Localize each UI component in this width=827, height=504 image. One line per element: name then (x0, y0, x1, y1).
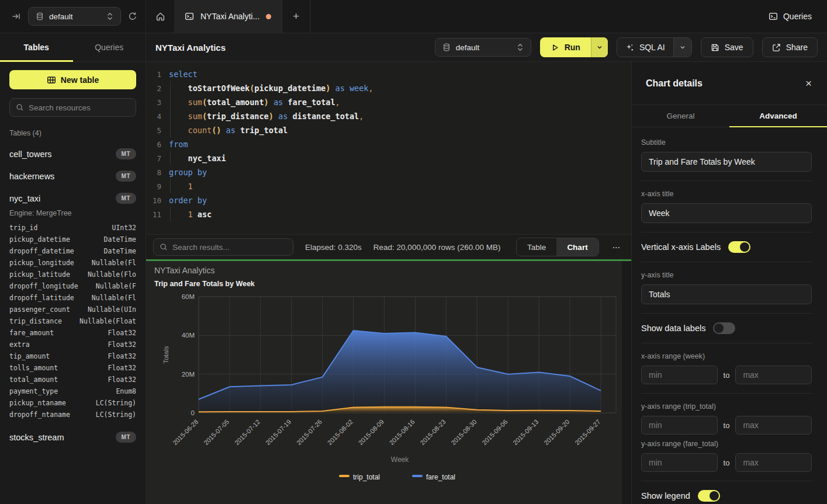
x-tick-label: 2015-07-19 (264, 418, 292, 446)
to-label: to (724, 371, 730, 380)
database-selector[interactable]: default (28, 7, 121, 26)
column-type: Nullable(F (96, 280, 136, 292)
engine-badge: MT (116, 432, 136, 443)
code-text: from (169, 140, 188, 149)
column-type: DateTime (104, 245, 136, 257)
y-tick-label: 20M (182, 371, 195, 378)
code-text: toStartOfWeek(pickup_datetime) as week, (169, 84, 373, 93)
app-window: default NYTaxi Analyti... (0, 0, 827, 504)
x-axis-title-label: x-axis title (641, 190, 812, 198)
close-icon[interactable]: × (805, 78, 812, 89)
sql-editor[interactable]: 1select2 toStartOfWeek(pickup_datetime) … (146, 62, 631, 234)
tab-general-label: General (666, 112, 694, 120)
new-tab-button[interactable]: × + (282, 0, 310, 33)
column-name: dropoff_longitude (9, 280, 78, 292)
y-tick-label: 60M (182, 293, 195, 300)
column-name: payment_type (9, 385, 58, 397)
column-type: Nullable(Flo (88, 269, 136, 280)
column-row: pickup_datetimeDateTime (9, 234, 136, 245)
scroll-gutter[interactable] (622, 261, 631, 504)
view-chart-button[interactable]: Chart (556, 238, 598, 256)
sql-ai-label: SQL AI (639, 43, 665, 52)
column-type: LC(String) (96, 397, 136, 409)
y-range-trip-min-input[interactable] (641, 416, 718, 435)
x-tick-label: 2015-08-16 (388, 418, 416, 446)
data-labels-toggle[interactable] (713, 322, 735, 334)
engine-badge: MT (116, 148, 136, 159)
new-table-button[interactable]: New table (9, 70, 136, 89)
toolbar-database-selector[interactable]: default (435, 38, 531, 57)
sidebar-tab-queries[interactable]: Queries (73, 33, 146, 61)
tab-general[interactable]: General (632, 105, 729, 127)
x-range-max-input[interactable] (735, 366, 812, 384)
queries-button[interactable]: Queries (753, 0, 827, 33)
center-column: 1select2 toStartOfWeek(pickup_datetime) … (146, 62, 631, 504)
query-tab-icon (185, 12, 194, 21)
save-icon (711, 43, 719, 52)
tab-home[interactable] (146, 0, 174, 33)
x-range-row: to (641, 366, 812, 384)
column-name: passenger_count (9, 304, 70, 315)
sql-ai-button[interactable]: SQL AI (617, 38, 673, 57)
y-axis-title-input[interactable] (641, 284, 812, 304)
column-row: dropoff_ntanameLC(String) (9, 409, 136, 420)
column-type: Nullable(Fl (92, 257, 136, 269)
show-legend-toggle[interactable] (698, 490, 720, 502)
column-name: dropoff_ntaname (9, 409, 70, 420)
tab-nytaxi-analytics[interactable]: NYTaxi Analyti... (174, 0, 282, 33)
y-tick-label: 0 (191, 409, 195, 416)
table-row[interactable]: hackernewsMT (9, 171, 136, 182)
run-options-button[interactable] (591, 37, 608, 57)
line-number: 1 (146, 70, 161, 79)
toggle-knob (740, 242, 749, 252)
code-text: select (169, 69, 198, 79)
sidebar-tab-queries-label: Queries (95, 43, 123, 52)
sidebar-tab-tables[interactable]: Tables (0, 33, 73, 61)
legend-swatch-fare_total (412, 475, 423, 477)
more-options-icon[interactable]: ••• (611, 245, 623, 249)
subtitle-input[interactable] (641, 152, 812, 172)
refresh-icon[interactable] (128, 12, 137, 21)
table-row[interactable]: nyc_taxiMT (9, 193, 136, 204)
y-range-fare-min-input[interactable] (641, 453, 718, 472)
rows-read: Read: 20,000,000 rows (260.00 MB) (373, 243, 501, 252)
tables-list: cell_towersMThackernewsMTnyc_taxiMTEngin… (9, 148, 136, 443)
subtitle-label: Subtitle (641, 138, 812, 147)
new-table-label: New table (61, 75, 99, 85)
vertical-labels-toggle[interactable] (728, 241, 750, 253)
share-label: Share (786, 43, 808, 52)
column-name: pickup_ntaname (9, 397, 66, 409)
x-axis-title-input[interactable] (641, 203, 812, 223)
collapse-sidebar-icon[interactable] (12, 12, 21, 21)
column-name: total_amount (9, 374, 58, 385)
y-range-fare-max-input[interactable] (735, 453, 812, 472)
x-tick-label: 2015-07-26 (295, 418, 323, 446)
column-row: dropoff_latitudeNullable(Fl (9, 292, 136, 304)
sidebar-tabs: Tables Queries (0, 33, 146, 62)
y-range-trip-max-input[interactable] (735, 416, 812, 435)
x-range-min-input[interactable] (641, 366, 718, 384)
column-row: total_amountFloat32 (9, 374, 136, 385)
series-fare_total-area (199, 331, 601, 413)
divider (641, 393, 812, 394)
sidebar-search (9, 98, 136, 117)
chart-subtitle: Trip and Fare Totals by Week (154, 280, 255, 288)
queries-label: Queries (783, 12, 812, 21)
share-button[interactable]: Share (762, 37, 818, 57)
sql-ai-options-button[interactable] (673, 38, 691, 57)
search-resources-input[interactable] (29, 103, 130, 112)
tab-advanced[interactable]: Advanced (729, 105, 827, 127)
code-text: group by (169, 168, 207, 177)
show-legend-label: Show legend (641, 491, 690, 500)
x-tick-label: 2015-09-20 (542, 418, 570, 446)
table-row[interactable]: cell_towersMT (9, 148, 136, 159)
toolbar-database-value: default (456, 43, 480, 52)
column-row: tip_amountFloat32 (9, 350, 136, 362)
x-tick-label: 2015-07-12 (233, 418, 261, 446)
table-row[interactable]: stocks_streamMT (9, 432, 136, 443)
save-button[interactable]: Save (701, 37, 753, 57)
play-icon (551, 43, 559, 52)
view-table-button[interactable]: Table (517, 238, 556, 256)
run-button[interactable]: Run (540, 37, 591, 57)
search-results-input[interactable] (172, 243, 287, 252)
